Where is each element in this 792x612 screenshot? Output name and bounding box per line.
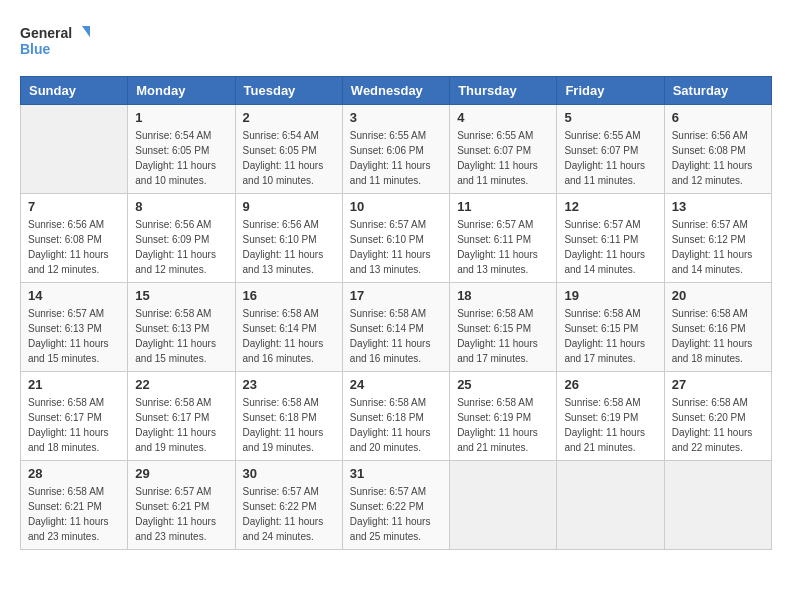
- day-number: 31: [350, 466, 442, 481]
- day-detail: Sunrise: 6:58 AM Sunset: 6:17 PM Dayligh…: [28, 395, 120, 455]
- day-detail: Sunrise: 6:58 AM Sunset: 6:17 PM Dayligh…: [135, 395, 227, 455]
- calendar-week-5: 28Sunrise: 6:58 AM Sunset: 6:21 PM Dayli…: [21, 461, 772, 550]
- header-cell-thursday: Thursday: [450, 77, 557, 105]
- header-cell-saturday: Saturday: [664, 77, 771, 105]
- day-detail: Sunrise: 6:58 AM Sunset: 6:14 PM Dayligh…: [243, 306, 335, 366]
- day-number: 30: [243, 466, 335, 481]
- calendar-cell: 24Sunrise: 6:58 AM Sunset: 6:18 PM Dayli…: [342, 372, 449, 461]
- day-number: 3: [350, 110, 442, 125]
- day-number: 7: [28, 199, 120, 214]
- svg-text:Blue: Blue: [20, 41, 51, 57]
- header-cell-sunday: Sunday: [21, 77, 128, 105]
- day-number: 8: [135, 199, 227, 214]
- day-number: 16: [243, 288, 335, 303]
- day-number: 25: [457, 377, 549, 392]
- day-detail: Sunrise: 6:56 AM Sunset: 6:09 PM Dayligh…: [135, 217, 227, 277]
- day-detail: Sunrise: 6:57 AM Sunset: 6:11 PM Dayligh…: [564, 217, 656, 277]
- day-number: 10: [350, 199, 442, 214]
- calendar-cell: 31Sunrise: 6:57 AM Sunset: 6:22 PM Dayli…: [342, 461, 449, 550]
- calendar-cell: 25Sunrise: 6:58 AM Sunset: 6:19 PM Dayli…: [450, 372, 557, 461]
- day-detail: Sunrise: 6:57 AM Sunset: 6:10 PM Dayligh…: [350, 217, 442, 277]
- calendar-week-4: 21Sunrise: 6:58 AM Sunset: 6:17 PM Dayli…: [21, 372, 772, 461]
- day-detail: Sunrise: 6:58 AM Sunset: 6:18 PM Dayligh…: [350, 395, 442, 455]
- header-cell-tuesday: Tuesday: [235, 77, 342, 105]
- calendar-cell: 4Sunrise: 6:55 AM Sunset: 6:07 PM Daylig…: [450, 105, 557, 194]
- day-number: 19: [564, 288, 656, 303]
- day-number: 26: [564, 377, 656, 392]
- calendar-cell: 30Sunrise: 6:57 AM Sunset: 6:22 PM Dayli…: [235, 461, 342, 550]
- header-cell-friday: Friday: [557, 77, 664, 105]
- day-number: 23: [243, 377, 335, 392]
- calendar-cell: 18Sunrise: 6:58 AM Sunset: 6:15 PM Dayli…: [450, 283, 557, 372]
- calendar-cell: 1Sunrise: 6:54 AM Sunset: 6:05 PM Daylig…: [128, 105, 235, 194]
- calendar-cell: 10Sunrise: 6:57 AM Sunset: 6:10 PM Dayli…: [342, 194, 449, 283]
- calendar-cell: 22Sunrise: 6:58 AM Sunset: 6:17 PM Dayli…: [128, 372, 235, 461]
- day-detail: Sunrise: 6:58 AM Sunset: 6:21 PM Dayligh…: [28, 484, 120, 544]
- day-number: 13: [672, 199, 764, 214]
- calendar-table: SundayMondayTuesdayWednesdayThursdayFrid…: [20, 76, 772, 550]
- calendar-cell: 27Sunrise: 6:58 AM Sunset: 6:20 PM Dayli…: [664, 372, 771, 461]
- day-number: 21: [28, 377, 120, 392]
- day-detail: Sunrise: 6:58 AM Sunset: 6:18 PM Dayligh…: [243, 395, 335, 455]
- header-cell-wednesday: Wednesday: [342, 77, 449, 105]
- calendar-cell: 2Sunrise: 6:54 AM Sunset: 6:05 PM Daylig…: [235, 105, 342, 194]
- calendar-cell: 8Sunrise: 6:56 AM Sunset: 6:09 PM Daylig…: [128, 194, 235, 283]
- page-header: General Blue: [20, 20, 772, 60]
- calendar-week-1: 1Sunrise: 6:54 AM Sunset: 6:05 PM Daylig…: [21, 105, 772, 194]
- day-detail: Sunrise: 6:57 AM Sunset: 6:12 PM Dayligh…: [672, 217, 764, 277]
- calendar-header-row: SundayMondayTuesdayWednesdayThursdayFrid…: [21, 77, 772, 105]
- day-number: 28: [28, 466, 120, 481]
- day-detail: Sunrise: 6:56 AM Sunset: 6:08 PM Dayligh…: [672, 128, 764, 188]
- logo-svg: General Blue: [20, 20, 90, 60]
- calendar-cell: 29Sunrise: 6:57 AM Sunset: 6:21 PM Dayli…: [128, 461, 235, 550]
- day-detail: Sunrise: 6:57 AM Sunset: 6:22 PM Dayligh…: [243, 484, 335, 544]
- day-detail: Sunrise: 6:58 AM Sunset: 6:15 PM Dayligh…: [564, 306, 656, 366]
- calendar-cell: 17Sunrise: 6:58 AM Sunset: 6:14 PM Dayli…: [342, 283, 449, 372]
- day-detail: Sunrise: 6:57 AM Sunset: 6:21 PM Dayligh…: [135, 484, 227, 544]
- day-detail: Sunrise: 6:56 AM Sunset: 6:08 PM Dayligh…: [28, 217, 120, 277]
- day-detail: Sunrise: 6:58 AM Sunset: 6:13 PM Dayligh…: [135, 306, 227, 366]
- header-cell-monday: Monday: [128, 77, 235, 105]
- calendar-cell: 13Sunrise: 6:57 AM Sunset: 6:12 PM Dayli…: [664, 194, 771, 283]
- calendar-cell: 23Sunrise: 6:58 AM Sunset: 6:18 PM Dayli…: [235, 372, 342, 461]
- calendar-cell: 28Sunrise: 6:58 AM Sunset: 6:21 PM Dayli…: [21, 461, 128, 550]
- day-detail: Sunrise: 6:58 AM Sunset: 6:16 PM Dayligh…: [672, 306, 764, 366]
- calendar-week-2: 7Sunrise: 6:56 AM Sunset: 6:08 PM Daylig…: [21, 194, 772, 283]
- day-number: 24: [350, 377, 442, 392]
- day-detail: Sunrise: 6:57 AM Sunset: 6:13 PM Dayligh…: [28, 306, 120, 366]
- day-number: 4: [457, 110, 549, 125]
- calendar-cell: [557, 461, 664, 550]
- calendar-cell: 12Sunrise: 6:57 AM Sunset: 6:11 PM Dayli…: [557, 194, 664, 283]
- calendar-cell: 9Sunrise: 6:56 AM Sunset: 6:10 PM Daylig…: [235, 194, 342, 283]
- day-detail: Sunrise: 6:58 AM Sunset: 6:19 PM Dayligh…: [457, 395, 549, 455]
- calendar-cell: 19Sunrise: 6:58 AM Sunset: 6:15 PM Dayli…: [557, 283, 664, 372]
- calendar-cell: 7Sunrise: 6:56 AM Sunset: 6:08 PM Daylig…: [21, 194, 128, 283]
- day-detail: Sunrise: 6:54 AM Sunset: 6:05 PM Dayligh…: [135, 128, 227, 188]
- day-detail: Sunrise: 6:58 AM Sunset: 6:14 PM Dayligh…: [350, 306, 442, 366]
- day-detail: Sunrise: 6:55 AM Sunset: 6:06 PM Dayligh…: [350, 128, 442, 188]
- svg-marker-2: [82, 26, 90, 40]
- calendar-cell: 14Sunrise: 6:57 AM Sunset: 6:13 PM Dayli…: [21, 283, 128, 372]
- day-detail: Sunrise: 6:57 AM Sunset: 6:22 PM Dayligh…: [350, 484, 442, 544]
- day-number: 1: [135, 110, 227, 125]
- day-detail: Sunrise: 6:55 AM Sunset: 6:07 PM Dayligh…: [457, 128, 549, 188]
- day-detail: Sunrise: 6:58 AM Sunset: 6:19 PM Dayligh…: [564, 395, 656, 455]
- calendar-cell: [21, 105, 128, 194]
- day-number: 22: [135, 377, 227, 392]
- calendar-cell: 21Sunrise: 6:58 AM Sunset: 6:17 PM Dayli…: [21, 372, 128, 461]
- calendar-cell: 6Sunrise: 6:56 AM Sunset: 6:08 PM Daylig…: [664, 105, 771, 194]
- day-detail: Sunrise: 6:55 AM Sunset: 6:07 PM Dayligh…: [564, 128, 656, 188]
- day-number: 2: [243, 110, 335, 125]
- day-number: 5: [564, 110, 656, 125]
- day-number: 9: [243, 199, 335, 214]
- day-number: 20: [672, 288, 764, 303]
- calendar-cell: 16Sunrise: 6:58 AM Sunset: 6:14 PM Dayli…: [235, 283, 342, 372]
- calendar-week-3: 14Sunrise: 6:57 AM Sunset: 6:13 PM Dayli…: [21, 283, 772, 372]
- day-detail: Sunrise: 6:58 AM Sunset: 6:20 PM Dayligh…: [672, 395, 764, 455]
- calendar-cell: 3Sunrise: 6:55 AM Sunset: 6:06 PM Daylig…: [342, 105, 449, 194]
- day-detail: Sunrise: 6:57 AM Sunset: 6:11 PM Dayligh…: [457, 217, 549, 277]
- day-number: 29: [135, 466, 227, 481]
- day-number: 11: [457, 199, 549, 214]
- calendar-cell: 15Sunrise: 6:58 AM Sunset: 6:13 PM Dayli…: [128, 283, 235, 372]
- day-number: 17: [350, 288, 442, 303]
